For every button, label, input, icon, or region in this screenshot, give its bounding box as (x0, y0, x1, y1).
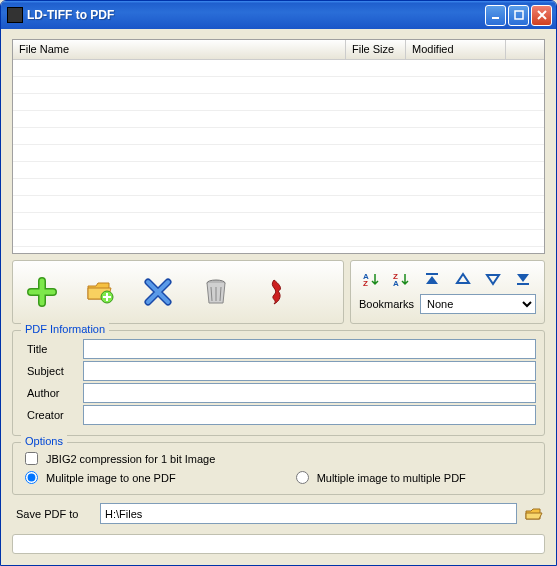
maximize-button[interactable] (508, 5, 529, 26)
svg-rect-1 (515, 11, 523, 19)
pdf-info-legend: PDF Information (21, 323, 109, 335)
close-button[interactable] (531, 5, 552, 26)
folder-open-icon (525, 506, 543, 522)
table-row (13, 128, 544, 145)
sort-az-icon: A Z (363, 271, 381, 287)
table-row (13, 230, 544, 247)
trash-icon (202, 277, 230, 307)
svg-rect-8 (426, 273, 438, 275)
table-row (13, 213, 544, 230)
save-path-field[interactable] (100, 503, 517, 524)
multi-one-label: Mulitple image to one PDF (46, 472, 176, 484)
sort-asc-button[interactable]: A Z (361, 270, 383, 288)
column-file-size[interactable]: File Size (346, 40, 406, 59)
status-bar (12, 534, 545, 554)
svg-rect-0 (492, 17, 499, 19)
minimize-icon (491, 10, 501, 20)
author-field[interactable] (83, 383, 536, 403)
move-bottom-button[interactable] (512, 270, 534, 288)
column-spacer (506, 40, 544, 59)
save-pdf-label: Save PDF to (12, 508, 94, 520)
author-label: Author (21, 387, 83, 399)
multi-one-radio[interactable] (25, 471, 38, 484)
x-icon (143, 277, 173, 307)
bookmarks-label: Bookmarks (359, 298, 414, 310)
bookmarks-select[interactable]: None (420, 294, 536, 314)
multi-one-option[interactable]: Mulitple image to one PDF (25, 471, 176, 484)
convert-button[interactable] (259, 277, 289, 307)
options-group: Options JBIG2 compression for 1 bit Imag… (12, 442, 545, 495)
app-icon (7, 7, 23, 23)
remove-button[interactable] (143, 277, 173, 307)
multi-multi-label: Multiple image to multiple PDF (317, 472, 466, 484)
jbig2-checkbox[interactable] (25, 452, 38, 465)
svg-rect-9 (517, 283, 529, 285)
move-bottom-icon (515, 272, 531, 286)
svg-text:A: A (393, 279, 399, 287)
table-row (13, 162, 544, 179)
toolbar-main (12, 260, 344, 324)
title-field[interactable] (83, 339, 536, 359)
table-row (13, 77, 544, 94)
title-bar[interactable]: LD-TIFF to PDF (1, 1, 556, 29)
file-list-table[interactable]: File Name File Size Modified (12, 39, 545, 254)
move-down-icon (485, 272, 501, 286)
creator-label: Creator (21, 409, 83, 421)
maximize-icon (514, 10, 524, 20)
table-row (13, 179, 544, 196)
plus-icon (27, 277, 57, 307)
move-up-button[interactable] (452, 270, 474, 288)
browse-button[interactable] (523, 503, 545, 524)
move-down-button[interactable] (482, 270, 504, 288)
table-row (13, 60, 544, 77)
column-file-name[interactable]: File Name (13, 40, 346, 59)
app-window: LD-TIFF to PDF File Name File Size Modif… (0, 0, 557, 566)
add-folder-button[interactable] (85, 277, 115, 307)
subject-label: Subject (21, 365, 83, 377)
table-header: File Name File Size Modified (13, 40, 544, 60)
sort-za-icon: Z A (393, 271, 411, 287)
jbig2-option[interactable]: JBIG2 compression for 1 bit Image (25, 452, 215, 465)
pdf-info-group: PDF Information Title Subject Author Cre… (12, 330, 545, 436)
creator-field[interactable] (83, 405, 536, 425)
table-row (13, 196, 544, 213)
table-body[interactable] (13, 60, 544, 253)
pdf-icon (260, 277, 288, 307)
window-title: LD-TIFF to PDF (27, 8, 485, 22)
move-top-icon (424, 272, 440, 286)
column-modified[interactable]: Modified (406, 40, 506, 59)
minimize-button[interactable] (485, 5, 506, 26)
multi-multi-option[interactable]: Multiple image to multiple PDF (296, 471, 466, 484)
svg-text:Z: Z (363, 279, 368, 287)
clear-button[interactable] (201, 277, 231, 307)
options-legend: Options (21, 435, 67, 447)
table-row (13, 94, 544, 111)
move-up-icon (455, 272, 471, 286)
title-label: Title (21, 343, 83, 355)
move-top-button[interactable] (421, 270, 443, 288)
sort-desc-button[interactable]: Z A (391, 270, 413, 288)
table-row (13, 111, 544, 128)
table-row (13, 145, 544, 162)
multi-multi-radio[interactable] (296, 471, 309, 484)
add-file-button[interactable] (27, 277, 57, 307)
toolbar-sort: A Z Z A (350, 260, 545, 324)
folder-plus-icon (85, 277, 115, 307)
subject-field[interactable] (83, 361, 536, 381)
jbig2-label: JBIG2 compression for 1 bit Image (46, 453, 215, 465)
close-icon (537, 10, 547, 20)
